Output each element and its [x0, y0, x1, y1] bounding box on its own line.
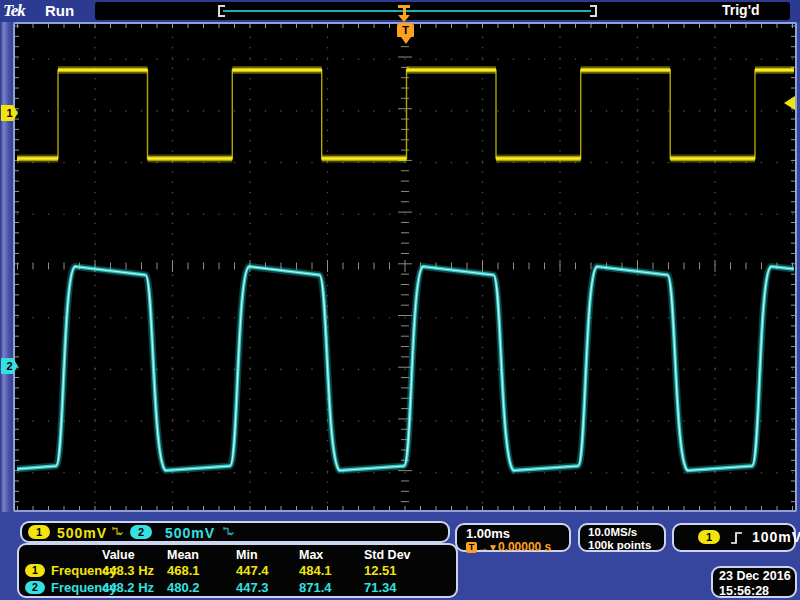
trigger-status: Trig'd: [722, 2, 760, 18]
oscilloscope-screen: { "header": { "logo": "Tek", "acq_status…: [0, 0, 800, 600]
meas-row2-badge: 2: [25, 581, 45, 594]
col-header-max: Max: [299, 548, 364, 562]
col-header-min: Min: [236, 548, 299, 562]
meas-row2-value: 448.2 Hz: [102, 580, 167, 595]
trigger-source-badge: 1: [698, 530, 720, 544]
rising-slope-icon: [730, 530, 743, 545]
trigger-readout: 1 100mV: [672, 523, 796, 552]
meas-row1-mean: 468.1: [167, 563, 236, 578]
channel-1-badge: 1: [28, 525, 50, 539]
trigger-position-bar-icon[interactable]: [398, 3, 410, 22]
meas-row1-badge: 1: [25, 564, 45, 577]
record-length: 100k points: [588, 539, 664, 552]
channel-1-probe-icon: [112, 525, 123, 538]
meas-row2-name: Frequency: [51, 580, 102, 595]
trigger-position-readout: T→▼0.00000 s: [466, 541, 569, 553]
datetime-readout: 23 Dec 2016 15:56:28: [711, 566, 797, 598]
meas-row2-mean: 480.2: [167, 580, 236, 595]
acquisition-status: Run: [45, 2, 74, 19]
acquisition-readout: 10.0MS/s 100k points: [578, 523, 666, 552]
meas-row1-name: Frequency: [51, 563, 102, 578]
date-value: 23 Dec 2016: [719, 569, 795, 584]
trigger-position-value: 0.00000 s: [498, 540, 551, 554]
sample-rate: 10.0MS/s: [588, 526, 664, 539]
channel-scale-readout: 1 500mV 2 500mV: [20, 521, 450, 543]
meas-row1-stddev: 12.51: [364, 563, 456, 578]
trigger-arrow-icons: →▼: [478, 542, 498, 553]
timebase-scale: 1.00ms: [466, 526, 569, 541]
time-value: 15:56:28: [719, 584, 795, 599]
window-bracket-right-icon: [590, 5, 597, 17]
meas-row2-max: 871.4: [299, 580, 364, 595]
trigger-level-arrow-icon[interactable]: [784, 96, 795, 110]
timebase-readout: 1.00ms T→▼0.00000 s: [455, 523, 571, 552]
waveform-display: [13, 22, 797, 512]
acquisition-preview-bar: [95, 2, 790, 20]
measurements-table: Value Mean Min Max Std Dev 1 Frequency 4…: [17, 543, 458, 598]
meas-row1-min: 447.4: [236, 563, 299, 578]
channel-1-scale: 500mV: [57, 525, 107, 541]
left-sidebar: [0, 22, 13, 512]
col-header-value: Value: [102, 548, 167, 562]
trigger-level-value: 100mV: [752, 529, 800, 545]
trigger-position-flag[interactable]: T: [397, 23, 414, 37]
meas-row2-stddev: 71.34: [364, 580, 456, 595]
top-status-bar: Tek Run Trig'd: [0, 0, 800, 22]
col-header-mean: Mean: [167, 548, 236, 562]
trigger-t-icon: T: [466, 542, 477, 553]
meas-row2-min: 447.3: [236, 580, 299, 595]
meas-row1-max: 484.1: [299, 563, 364, 578]
col-header-stddev: Std Dev: [364, 548, 456, 562]
channel-2-scale: 500mV: [165, 525, 215, 541]
tek-logo: Tek: [3, 1, 25, 21]
meas-row1-value: 448.3 Hz: [102, 563, 167, 578]
channel-2-badge: 2: [130, 525, 152, 539]
channel-2-probe-icon: [223, 525, 234, 538]
